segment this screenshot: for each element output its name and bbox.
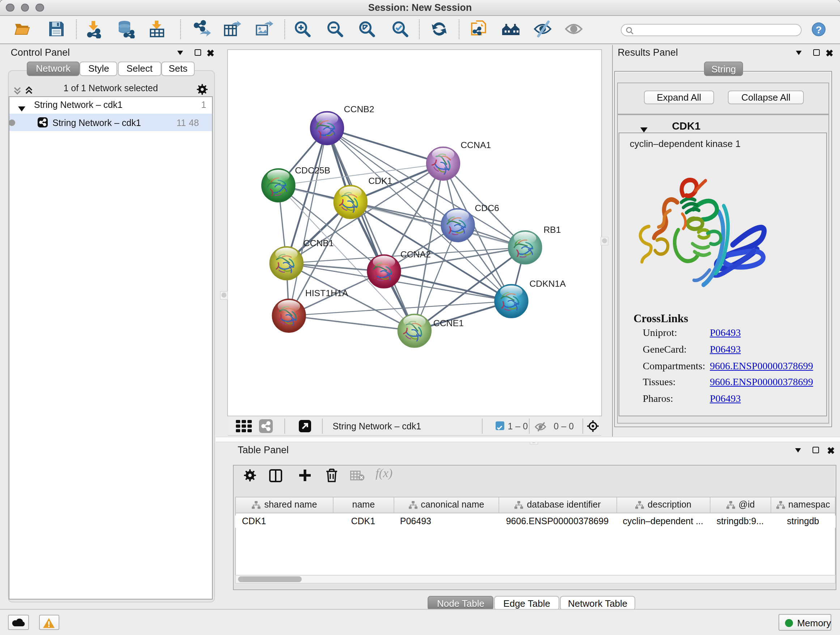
svg-text:CCNA1: CCNA1: [461, 140, 491, 150]
svg-text:CCNB2: CCNB2: [344, 104, 374, 114]
svg-text:CDKN1A: CDKN1A: [529, 279, 566, 288]
svg-text:HIST1H1A: HIST1H1A: [305, 288, 348, 298]
svg-text:CDK1: CDK1: [368, 176, 392, 186]
svg-text:CCNE1: CCNE1: [433, 318, 464, 328]
svg-text:CCNA2: CCNA2: [401, 249, 431, 259]
svg-text:RB1: RB1: [543, 225, 561, 234]
svg-text:CCNB1: CCNB1: [303, 238, 334, 248]
svg-text:CDC6: CDC6: [475, 203, 499, 213]
svg-text:CDC25B: CDC25B: [295, 165, 330, 175]
